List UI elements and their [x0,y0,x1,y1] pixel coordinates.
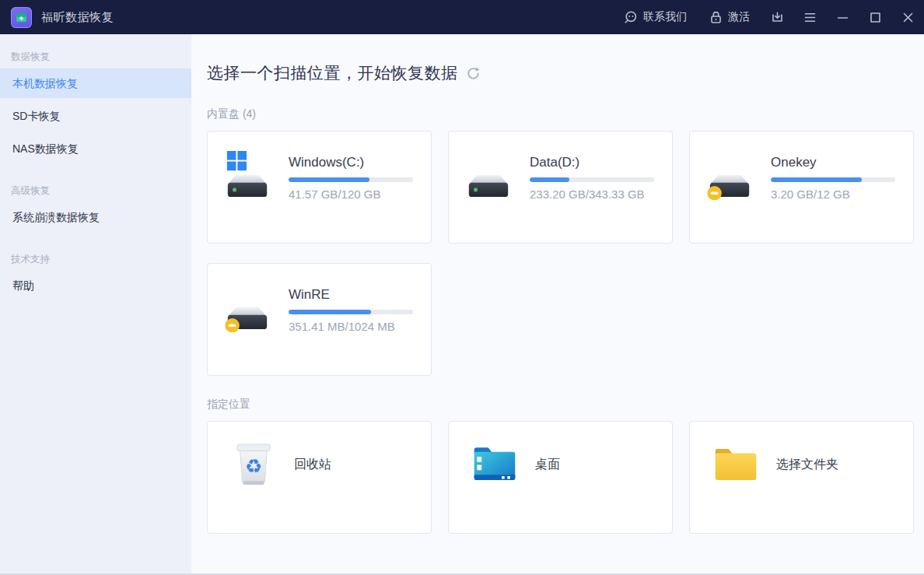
maximize-icon [868,10,883,25]
specified-locations-section-label: 指定位置 [207,398,914,412]
drive-usage-bar [289,310,413,314]
drive-size-text: 233.20 GB/343.33 GB [530,188,654,201]
svg-text:♻: ♻ [245,455,262,478]
close-icon [901,10,915,25]
lock-icon [709,10,723,24]
drive-card-data-d[interactable]: Data(D:) 233.20 GB/343.33 GB [448,131,673,244]
headset-contact-icon [624,10,638,24]
minimize-icon [835,10,850,25]
recycle-bin-icon: ♻ [231,442,276,487]
minimize-button[interactable] [826,0,859,34]
app-logo-icon [11,7,32,28]
sidebar: 数据恢复 本机数据恢复 SD卡恢复 NAS数据恢复 高级恢复 系统崩溃数据恢复 … [0,34,191,573]
location-card-recycle-bin[interactable]: ♻ 回收站 [207,421,432,534]
drive-usage-bar [771,177,895,182]
drive-card-windows-c[interactable]: Windows(C:) 41.57 GB/120 GB [207,131,432,244]
internal-drives-section-label: 内置盘 (4) [207,107,914,121]
sidebar-item-local-recovery[interactable]: 本机数据恢复 [0,68,191,98]
location-label: 回收站 [294,457,331,473]
locations-grid: ♻ 回收站 [207,421,914,534]
folder-icon [713,442,758,487]
hard-drive-icon [464,150,514,243]
drive-usage-bar [289,177,413,182]
location-card-choose-folder[interactable]: 选择文件夹 [689,421,914,534]
drive-card-winre[interactable]: WinRE 351.41 MB/1024 MB [207,263,432,376]
sidebar-section-data-recovery: 数据恢复 [11,50,191,64]
location-label: 桌面 [535,457,560,473]
internal-drives-grid: Windows(C:) 41.57 GB/120 GB [207,131,914,376]
main-panel: 选择一个扫描位置，开始恢复数据 内置盘 (4) [191,34,924,573]
sidebar-item-sdcard-recovery[interactable]: SD卡恢复 [0,101,191,131]
drive-name: Windows(C:) [289,155,413,170]
location-card-desktop[interactable]: 桌面 [448,421,673,534]
sidebar-section-tech-support: 技术支持 [11,252,191,266]
drive-size-text: 41.57 GB/120 GB [289,188,413,201]
location-label: 选择文件夹 [776,457,838,473]
hard-drive-windows-icon [223,150,273,243]
hard-drive-hidden-icon [223,282,273,375]
drive-usage-fill [289,177,369,182]
sidebar-section-advanced-recovery: 高级恢复 [11,184,191,198]
sidebar-item-crash-recovery[interactable]: 系统崩溃数据恢复 [0,202,191,232]
contact-us-label: 联系我们 [643,10,687,24]
app-window: 福昕数据恢复 联系我们 激活 [0,0,924,575]
app-title: 福昕数据恢复 [41,10,114,25]
drive-name: Onekey [771,155,895,170]
page-title: 选择一个扫描位置，开始恢复数据 [207,62,458,84]
drive-usage-fill [771,177,862,182]
drive-usage-bar [530,177,654,182]
activate-button[interactable]: 激活 [698,0,761,34]
titlebar-actions: 联系我们 激活 [613,0,924,34]
drive-usage-fill [530,177,569,182]
download-button[interactable] [761,0,793,34]
hamburger-menu-icon [803,10,817,25]
drive-size-text: 3.20 GB/12 GB [771,188,895,201]
contact-us-button[interactable]: 联系我们 [613,0,698,34]
drive-usage-fill [289,310,371,314]
menu-button[interactable] [793,0,826,34]
drive-card-onekey[interactable]: Onekey 3.20 GB/12 GB [689,131,914,244]
titlebar: 福昕数据恢复 联系我们 激活 [0,0,924,34]
hard-drive-hidden-icon [705,150,755,243]
sidebar-item-nas-recovery[interactable]: NAS数据恢复 [0,134,191,163]
drive-name: WinRE [289,287,413,303]
drive-size-text: 351.41 MB/1024 MB [289,320,413,333]
close-button[interactable] [891,0,924,34]
download-tray-icon [770,10,785,25]
desktop-folder-icon [472,442,517,487]
activate-label: 激活 [728,10,750,24]
refresh-icon[interactable] [466,65,481,81]
drive-name: Data(D:) [530,155,654,170]
maximize-button[interactable] [859,0,891,34]
sidebar-item-help[interactable]: 帮助 [0,271,191,300]
